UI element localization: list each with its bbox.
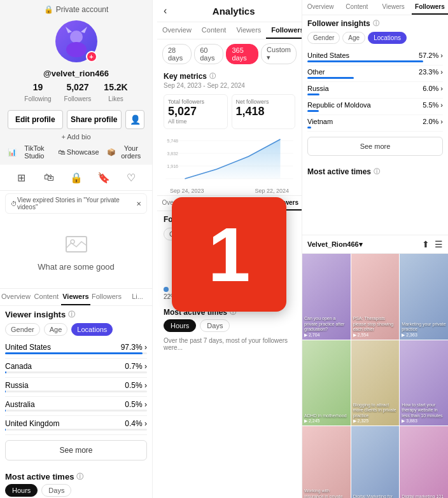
sub-tab-locations[interactable]: Locations [71,323,113,336]
likes-stat[interactable]: 15.2K Likes [104,82,127,104]
video-stats: ▶ 2,363 [402,333,446,338]
tab-content[interactable]: Content [197,22,232,39]
date-28days[interactable]: 28 days [162,44,192,64]
metrics-cards: Total followers 5,027 All time Net follo… [157,92,302,132]
svg-rect-4 [66,237,87,252]
tab-followers[interactable]: Followers [90,289,123,305]
video-thumb-inner: Working with insurance in private practi… [302,426,351,498]
grid-view-button[interactable]: ⊞ [13,169,31,186]
tab-overview[interactable]: Overview [0,289,32,305]
expired-stories-bar[interactable]: ⏱ View expired Stories in "Your private … [5,193,147,214]
followers-stat[interactable]: 5,027 Followers [64,82,92,104]
video-thumb[interactable]: Blogging to attract more clients in priv… [351,340,400,426]
showcase-shortcut[interactable]: 🛍 Showcase [58,144,99,160]
bookmark-icon-button[interactable]: 🔖 [95,169,113,186]
date-365days[interactable]: 365 days [226,44,258,64]
fi-age-tab[interactable]: Age [342,32,365,44]
sub-tab-age[interactable]: Age [44,323,68,336]
following-stat[interactable]: 19 Following [24,82,51,104]
key-metrics-title: Key metrics ⓘ [157,68,302,82]
video-thumb[interactable]: PSA: Therapists please stop showing each… [351,254,400,340]
fh-tab-followers[interactable]: Followers [412,0,448,15]
video-stats: ▶ 3,883 [402,418,446,424]
svg-marker-3 [81,27,87,33]
chart-labels: Sep 24, 2023 Sep 22, 2024 [164,188,295,194]
sub-tab-gender[interactable]: Gender [5,323,40,336]
video-thumb[interactable]: Digital marketing 101 for ▶ 4,929 [400,426,448,498]
orders-icon: 📦 [107,148,116,156]
menu-icon[interactable]: ☰ [435,239,443,249]
video-thumb[interactable]: ADHD in motherhood ▶ 2,245 [302,340,351,426]
video-thumb-inner: How to start your therapy website in les… [400,340,448,426]
fi-loc-name: Other [307,68,325,76]
tab-viewers[interactable]: Viewers [231,22,266,39]
loc-bar [5,410,6,412]
analytics-hours-tab[interactable]: Hours [164,319,196,332]
total-followers-sub: All time [168,118,223,125]
fi-loc-top: United States 57.2% › [307,52,443,59]
fi-gender-tab[interactable]: Gender [307,32,340,44]
fh-tab-overview[interactable]: Overview [302,0,339,15]
loc-name: United States [5,343,51,352]
orders-shortcut[interactable]: 📦 Your orders [107,144,144,160]
video-thumb[interactable]: Digital Marketing for Therapists ▶ 215 [351,426,400,498]
loc-name: Russia [5,381,29,390]
svg-text:5,748: 5,748 [167,139,179,143]
date-custom[interactable]: Custom ▾ [261,43,297,64]
fi-see-more-button[interactable]: See more [307,137,443,156]
fi-sub-tabs: Gender Age Locations [307,32,443,44]
action-buttons: Edit profile Share profile 👤 [0,107,152,132]
video-thumb[interactable]: Working with insurance in private practi… [302,426,351,498]
video-stats: ▶ 2,554 [353,333,398,338]
video-label: PSA: Therapists please stop showing each… [353,316,398,332]
video-thumb-inner: PSA: Therapists please stop showing each… [351,254,400,340]
lock-icon-button[interactable]: 🔒 [67,169,85,186]
video-thumb[interactable]: How to start your therapy website in les… [400,340,448,426]
analytics-time-tabs: Hours Days [164,317,295,335]
tab-content[interactable]: Content [32,289,61,305]
stats-row: 19 Following 5,027 Followers 15.2K Likes [0,82,152,104]
days-tab[interactable]: Days [41,484,71,497]
metrics-date: Sep 24, 2023 - Sep 22, 2024 [157,82,302,92]
expired-stories-icon: ⏱ [11,200,17,207]
add-friend-button[interactable]: 👤 [125,110,144,129]
fi-locations-tab[interactable]: Locations [368,32,407,44]
share-profile-button[interactable]: Share profile [67,110,122,129]
fh-tab-content[interactable]: Content [339,0,375,15]
chart-date-start: Sep 24, 2023 [170,188,204,194]
username: @velvet_rion466 [0,69,152,78]
notification-overlay[interactable]: 1 [172,197,286,312]
back-button[interactable]: ‹ [164,5,167,17]
tab-viewers[interactable]: Viewers [61,289,90,305]
fi-title: Follower insights ⓘ [307,19,443,28]
avatar-add-icon[interactable]: + [86,51,97,62]
loc-pct: 97.3% › [121,343,147,352]
fh-tab-viewers[interactable]: Viewers [375,0,412,15]
tab-followers[interactable]: Followers [266,22,302,39]
video-thumb[interactable]: Marketing your private practice ▶ 2,363 [400,254,448,340]
expired-stories-close[interactable]: ✕ [136,200,141,207]
liked-icon-button[interactable]: ♡ [122,169,140,186]
video-thumb[interactable]: Can you open a private practice after gr… [302,254,351,340]
tab-overview[interactable]: Overview [157,22,197,39]
upload-icon[interactable]: ⬆ [422,239,430,249]
net-followers-value: 1,418 [236,105,291,118]
tab-li[interactable]: Li... [123,289,152,305]
loc-pct: 0.5% › [125,400,147,409]
video-label: Blogging to attract more clients in priv… [353,403,398,418]
profile-tabs: Overview Content Viewers Followers Li... [0,289,152,306]
tiktok-studio-shortcut[interactable]: 📊 TikTok Studio [8,144,50,160]
hours-tab[interactable]: Hours [5,484,38,497]
add-bio-link[interactable]: + Add bio [0,132,152,142]
loc-name: United Kingdom [5,419,59,428]
info-icon-2: ⓘ [76,472,83,481]
video-stats: ▶ 2,704 [304,333,349,338]
edit-profile-button[interactable]: Edit profile [8,110,63,129]
bag-icon-button[interactable]: 🛍 [40,169,58,186]
loc-pct: 0.4% › [125,419,147,428]
see-more-button[interactable]: See more [5,440,147,460]
analytics-days-tab[interactable]: Days [200,319,230,332]
profile-content-area: What are some good [0,216,152,288]
fi-loc-top: Vietnam 2.0% › [307,118,443,125]
date-60days[interactable]: 60 days [194,44,223,64]
